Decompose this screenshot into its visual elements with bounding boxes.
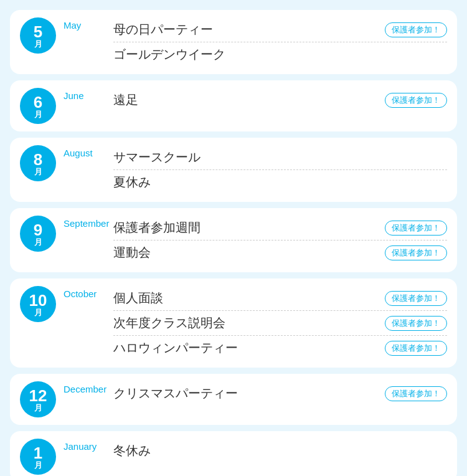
parent-badge: 保護者参加！ bbox=[385, 316, 447, 331]
event-name: 母の日パーティー bbox=[113, 21, 385, 38]
event-name: 遠足 bbox=[113, 92, 385, 108]
event-name: 次年度クラス説明会 bbox=[113, 315, 385, 331]
month-number: 6 bbox=[34, 94, 42, 110]
event-row: ゴールデンウイーク bbox=[113, 42, 447, 67]
month-block-5: 5月May母の日パーティー保護者参加！ゴールデンウイーク bbox=[10, 10, 457, 74]
month-badge-8: 8月 bbox=[20, 145, 56, 181]
events-list-1: 冬休み bbox=[113, 439, 447, 463]
month-label-9: September bbox=[64, 216, 113, 229]
schedule-container: 5月May母の日パーティー保護者参加！ゴールデンウイーク6月June遠足保護者参… bbox=[10, 10, 457, 476]
events-list-8: サマースクール夏休み bbox=[113, 145, 447, 194]
event-name: ゴールデンウイーク bbox=[113, 46, 447, 63]
event-name: 冬休み bbox=[113, 442, 447, 459]
month-label-10: October bbox=[64, 286, 113, 299]
month-label-6: June bbox=[64, 88, 113, 101]
event-name: 運動会 bbox=[113, 244, 385, 261]
parent-badge: 保護者参加！ bbox=[385, 386, 447, 401]
event-row: 次年度クラス説明会保護者参加！ bbox=[113, 311, 447, 336]
event-row: 運動会保護者参加！ bbox=[113, 240, 447, 265]
parent-badge: 保護者参加！ bbox=[385, 341, 447, 356]
month-badge-5: 5月 bbox=[20, 17, 56, 54]
event-name: サマースクール bbox=[113, 149, 447, 166]
event-row: 母の日パーティー保護者参加！ bbox=[113, 17, 447, 42]
events-list-9: 保護者参加週間保護者参加！運動会保護者参加！ bbox=[113, 216, 447, 265]
event-row: 保護者参加週間保護者参加！ bbox=[113, 216, 447, 240]
tsuki-label: 月 bbox=[34, 110, 42, 118]
event-name: ハロウィンパーティー bbox=[113, 340, 385, 356]
tsuki-label: 月 bbox=[34, 308, 42, 317]
parent-badge: 保護者参加！ bbox=[385, 22, 447, 37]
month-block-6: 6月June遠足保護者参加！ bbox=[10, 80, 457, 131]
event-row: 夏休み bbox=[113, 170, 447, 194]
tsuki-label: 月 bbox=[34, 238, 42, 246]
month-number: 10 bbox=[29, 292, 47, 308]
month-number: 8 bbox=[34, 151, 42, 168]
month-label-8: August bbox=[64, 145, 113, 158]
month-block-9: 9月September保護者参加週間保護者参加！運動会保護者参加！ bbox=[10, 208, 457, 272]
event-row: 遠足保護者参加！ bbox=[113, 88, 447, 112]
month-content-6: June遠足保護者参加！ bbox=[64, 88, 447, 112]
event-row: サマースクール bbox=[113, 145, 447, 170]
tsuki-label: 月 bbox=[34, 404, 42, 412]
month-content-1: January冬休み bbox=[64, 439, 447, 463]
tsuki-label: 月 bbox=[34, 461, 42, 469]
event-name: 夏休み bbox=[113, 174, 447, 191]
event-row: 冬休み bbox=[113, 439, 447, 463]
month-block-12: 12月Decemberクリスマスパーティー保護者参加！ bbox=[10, 374, 457, 425]
event-name: クリスマスパーティー bbox=[113, 385, 385, 402]
parent-badge: 保護者参加！ bbox=[385, 93, 447, 108]
month-label-12: December bbox=[64, 381, 113, 394]
events-list-5: 母の日パーティー保護者参加！ゴールデンウイーク bbox=[113, 17, 447, 67]
parent-badge: 保護者参加！ bbox=[385, 291, 447, 306]
event-row: クリスマスパーティー保護者参加！ bbox=[113, 381, 447, 406]
month-number: 9 bbox=[34, 222, 42, 238]
month-label-5: May bbox=[64, 17, 113, 31]
month-block-10: 10月October個人面談保護者参加！次年度クラス説明会保護者参加！ハロウィン… bbox=[10, 278, 457, 368]
event-row: 個人面談保護者参加！ bbox=[113, 286, 447, 311]
month-content-12: Decemberクリスマスパーティー保護者参加！ bbox=[64, 381, 447, 406]
month-content-5: May母の日パーティー保護者参加！ゴールデンウイーク bbox=[64, 17, 447, 67]
month-content-8: Augustサマースクール夏休み bbox=[64, 145, 447, 194]
events-list-12: クリスマスパーティー保護者参加！ bbox=[113, 381, 447, 406]
month-number: 12 bbox=[29, 388, 47, 404]
events-list-6: 遠足保護者参加！ bbox=[113, 88, 447, 112]
month-badge-12: 12月 bbox=[20, 381, 56, 417]
tsuki-label: 月 bbox=[34, 40, 42, 48]
month-block-1: 1月January冬休み bbox=[10, 431, 457, 476]
parent-badge: 保護者参加！ bbox=[385, 221, 447, 236]
month-badge-6: 6月 bbox=[20, 88, 56, 124]
month-badge-9: 9月 bbox=[20, 216, 56, 252]
tsuki-label: 月 bbox=[34, 168, 42, 176]
month-number: 1 bbox=[34, 445, 42, 461]
events-list-10: 個人面談保護者参加！次年度クラス説明会保護者参加！ハロウィンパーティー保護者参加… bbox=[113, 286, 447, 360]
month-content-10: October個人面談保護者参加！次年度クラス説明会保護者参加！ハロウィンパーテ… bbox=[64, 286, 447, 360]
month-badge-10: 10月 bbox=[20, 286, 56, 322]
month-badge-1: 1月 bbox=[20, 439, 56, 475]
parent-badge: 保護者参加！ bbox=[385, 245, 447, 260]
month-content-9: September保護者参加週間保護者参加！運動会保護者参加！ bbox=[64, 216, 447, 265]
event-name: 保護者参加週間 bbox=[113, 219, 385, 236]
event-row: ハロウィンパーティー保護者参加！ bbox=[113, 336, 447, 360]
month-label-1: January bbox=[64, 439, 113, 452]
month-number: 5 bbox=[34, 24, 42, 40]
event-name: 個人面談 bbox=[113, 290, 385, 307]
month-block-8: 8月Augustサマースクール夏休み bbox=[10, 138, 457, 202]
